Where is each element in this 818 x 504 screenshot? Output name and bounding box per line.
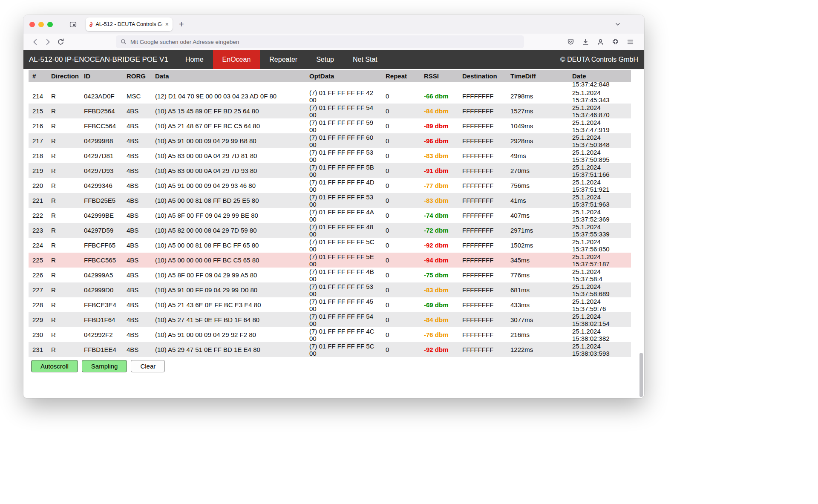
table-row: 217R042999B84BS(10) A5 91 00 00 09 04 29… (29, 133, 631, 148)
rorg-cell: 4BS (123, 253, 151, 268)
menu-icon[interactable] (627, 38, 634, 46)
browser-tab[interactable]: ∂ AL-512 - DEUTA Controls GmbH × (86, 17, 173, 31)
timediff-cell: 1527ms (507, 104, 568, 118)
direction-cell: R (47, 327, 80, 342)
repeat-cell: 0 (382, 163, 420, 178)
account-icon[interactable] (597, 38, 604, 46)
column-header: RORG (123, 70, 151, 82)
date-cell: 25.1.202415:37:51:921 (568, 178, 631, 193)
column-header: OptData (305, 70, 382, 82)
date-cell: 25.1.202415:37:59:76 (568, 297, 631, 312)
rssi-cell: -92 dbm (420, 342, 458, 357)
num-cell: 230 (29, 327, 47, 342)
id-cell: FFBD2564 (80, 104, 123, 118)
url-bar[interactable]: Mit Google suchen oder Adresse eingeben (116, 35, 524, 48)
list-all-tabs-chevron-icon[interactable] (614, 21, 621, 28)
rssi-cell: -83 dbm (420, 282, 458, 297)
tab-close-icon[interactable]: × (165, 21, 169, 27)
rssi-cell: -77 dbm (420, 178, 458, 193)
data-cell: (10) A5 83 00 00 0A 04 29 7D 93 80 (151, 163, 305, 178)
direction-cell: R (47, 208, 80, 223)
id-cell: FFBCFF65 (80, 238, 123, 253)
data-cell: (10) A5 21 43 6E 0E FF BC E3 E4 80 (151, 297, 305, 312)
column-header: TimeDiff (507, 70, 568, 82)
back-button[interactable] (29, 38, 41, 46)
destination-cell: FFFFFFFF (458, 223, 507, 238)
firefox-view-icon[interactable] (69, 21, 77, 28)
date-cell: 25.1.202415:38:02:382 (568, 327, 631, 342)
autoscroll-button[interactable]: Autoscroll (31, 360, 78, 372)
rssi-cell: -76 dbm (420, 327, 458, 342)
site-favicon-icon: ∂ (89, 21, 92, 28)
table-row: 228RFFBCE3E44BS(10) A5 21 43 6E 0E FF BC… (29, 297, 631, 312)
extensions-icon[interactable] (612, 38, 619, 46)
nav-item-repeater[interactable]: Repeater (260, 50, 307, 69)
maximize-window-button[interactable] (47, 22, 53, 27)
new-tab-button[interactable]: + (179, 20, 184, 29)
data-cell: (10) A5 8F 00 FF 09 04 29 99 BE 80 (151, 208, 305, 223)
destination-cell: FFFFFFFF (458, 193, 507, 208)
destination-cell: FFFFFFFF (458, 163, 507, 178)
optdata-cell: (7) 01 FF FF FF FF 53 00 (305, 193, 382, 208)
rorg-cell: 4BS (123, 148, 151, 163)
toolbar-right-icons (567, 38, 634, 46)
table-row: 218R04297D814BS(10) A5 83 00 00 0A 04 29… (29, 148, 631, 163)
direction-cell: R (47, 104, 80, 118)
minimize-window-button[interactable] (38, 22, 44, 27)
num-cell: 229 (29, 312, 47, 327)
id-cell: 042999D0 (80, 282, 123, 297)
clear-button[interactable]: Clear (131, 360, 165, 372)
id-cell: FFBD1F64 (80, 312, 123, 327)
direction-cell: R (47, 148, 80, 163)
table-row: 224RFFBCFF654BS(10) A5 00 00 81 08 FF BC… (29, 238, 631, 253)
direction-cell: R (47, 253, 80, 268)
copyright-text: © DEUTA Controls GmbH (560, 56, 638, 63)
rssi-cell: -94 dbm (420, 253, 458, 268)
rorg-cell: 4BS (123, 163, 151, 178)
downloads-icon[interactable] (582, 38, 589, 46)
table-row: 227R042999D04BS(10) A5 91 00 FF 09 04 29… (29, 282, 631, 297)
num-cell: 223 (29, 223, 47, 238)
data-cell: (10) A5 91 00 00 09 04 29 99 B8 80 (151, 133, 305, 148)
timediff-cell: 776ms (507, 268, 568, 282)
optdata-cell: (7) 01 FF FF FF FF 53 00 (305, 282, 382, 297)
table-row: 222R042999BE4BS(10) A5 8F 00 FF 09 04 29… (29, 208, 631, 223)
optdata-cell: (7) 01 FF FF FF FF 53 00 (305, 148, 382, 163)
save-to-pocket-icon[interactable] (567, 38, 574, 46)
table-row: 220R042993464BS(10) A5 91 00 00 09 04 29… (29, 178, 631, 193)
vertical-scrollbar[interactable] (639, 353, 643, 397)
window-controls (29, 22, 53, 27)
num-cell: 231 (29, 342, 47, 357)
forward-button[interactable] (41, 38, 54, 46)
num-cell: 220 (29, 178, 47, 193)
direction-cell: R (47, 342, 80, 357)
num-cell: 225 (29, 253, 47, 268)
destination-cell: FFFFFFFF (458, 282, 507, 297)
close-window-button[interactable] (29, 22, 35, 27)
data-cell: (10) A5 00 00 00 08 FF BC C5 65 80 (151, 253, 305, 268)
nav-item-net-stat[interactable]: Net Stat (343, 50, 387, 69)
destination-cell: FFFFFFFF (458, 268, 507, 282)
table-row: 223R04297D594BS(10) A5 82 00 00 08 04 29… (29, 223, 631, 238)
reload-button[interactable] (54, 38, 67, 46)
nav-item-setup[interactable]: Setup (307, 50, 343, 69)
data-cell: (10) A5 91 00 00 09 04 29 92 F2 80 (151, 327, 305, 342)
optdata-cell: (7) 01 FF FF FF FF 45 00 (305, 297, 382, 312)
direction-cell: R (47, 193, 80, 208)
repeat-cell: 0 (382, 89, 420, 104)
rssi-cell: -96 dbm (420, 133, 458, 148)
repeat-cell: 0 (382, 104, 420, 118)
repeat-cell: 0 (382, 268, 420, 282)
nav-item-enocean[interactable]: EnOcean (213, 50, 260, 69)
data-cell: (12) D1 04 70 9E 00 00 03 04 23 AD 0F 80 (151, 89, 305, 104)
data-cell: (10) A5 00 00 81 08 FF BC FF 65 80 (151, 238, 305, 253)
date-cell: 25.1.202415:37:45:343 (568, 89, 631, 104)
destination-cell: FFFFFFFF (458, 178, 507, 193)
browser-toolbar: Mit Google suchen oder Adresse eingeben (23, 34, 644, 50)
timediff-cell: 756ms (507, 178, 568, 193)
timediff-cell: 1049ms (507, 118, 568, 133)
sampling-button[interactable]: Sampling (82, 360, 127, 372)
destination-cell: FFFFFFFF (458, 89, 507, 104)
nav-item-home[interactable]: Home (176, 50, 213, 69)
table-row: 215RFFBD25644BS(10) A5 15 45 89 0E FF BD… (29, 104, 631, 118)
